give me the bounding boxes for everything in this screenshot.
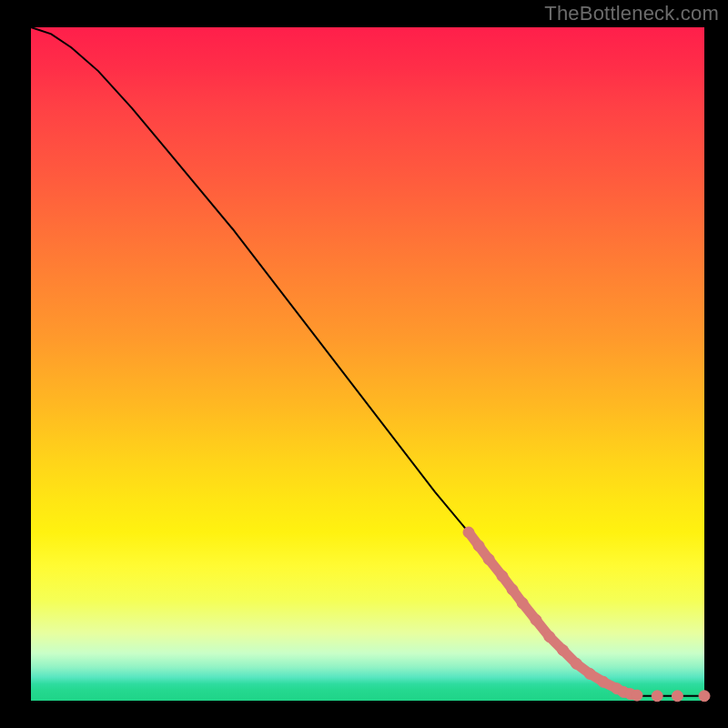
highlight-dot	[699, 691, 710, 702]
main-curve	[31, 27, 637, 696]
highlight-dot	[632, 690, 642, 701]
chart-overlay	[31, 27, 704, 701]
watermark-text: TheBottleneck.com	[544, 2, 719, 25]
highlight-dots-group	[463, 527, 710, 702]
chart-stage: TheBottleneck.com	[0, 0, 728, 728]
highlight-dot	[652, 691, 662, 702]
highlight-dot	[672, 691, 682, 702]
